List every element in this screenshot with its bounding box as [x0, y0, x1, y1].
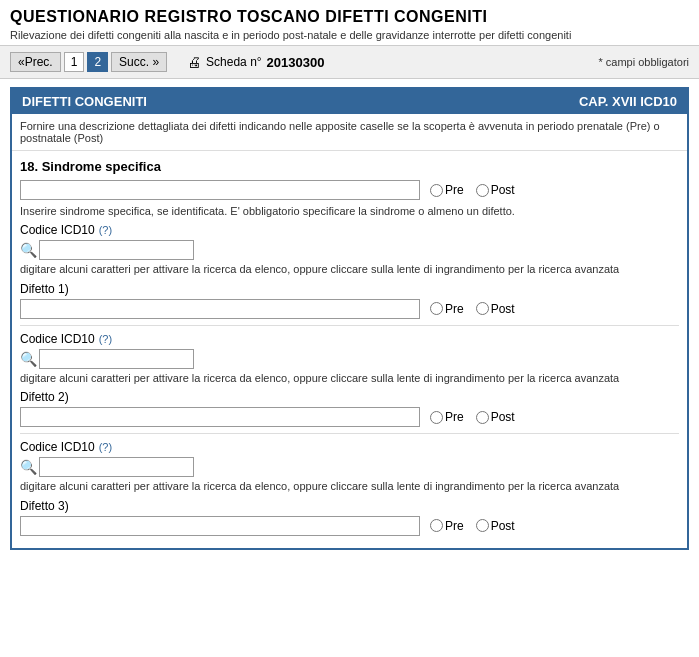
difetto3-pre-label[interactable]: Pre [430, 519, 464, 533]
icd-label-2: Codice ICD10 (?) [20, 332, 679, 346]
difetto2-post-radio[interactable] [476, 411, 489, 424]
icd-help-1[interactable]: (?) [99, 224, 112, 236]
sindrome-pre-label[interactable]: Pre [430, 183, 464, 197]
difetto2-post-label[interactable]: Post [476, 410, 515, 424]
difetto1-post-radio[interactable] [476, 302, 489, 315]
page-1-number[interactable]: 1 [64, 52, 85, 72]
card-body: 18. Sindrome specifica Pre Post Inserire… [12, 151, 687, 548]
page-2-number[interactable]: 2 [87, 52, 108, 72]
icd-search-hint-2: digitare alcuni caratteri per attivare l… [20, 371, 679, 386]
sindrome-post-label[interactable]: Post [476, 183, 515, 197]
difetto2-radio-group: Pre Post [430, 410, 515, 424]
card-header: DIFETTI CONGENITI CAP. XVII ICD10 [12, 89, 687, 114]
scheda-label: Scheda n° [206, 55, 262, 69]
difetti-card: DIFETTI CONGENITI CAP. XVII ICD10 Fornir… [10, 87, 689, 550]
difetto1-radio-group: Pre Post [430, 302, 515, 316]
difetto3-post-label[interactable]: Post [476, 519, 515, 533]
card-header-left: DIFETTI CONGENITI [22, 94, 147, 109]
sindrome-post-radio[interactable] [476, 184, 489, 197]
sindrome-input[interactable] [20, 180, 420, 200]
icd-search-row-2: 🔍 [20, 349, 679, 369]
icd-search-hint-3: digitare alcuni caratteri per attivare l… [20, 479, 679, 494]
difetto1-post-label[interactable]: Post [476, 302, 515, 316]
required-note: * campi obbligatori [599, 56, 690, 68]
document-icon: 🖨 [187, 54, 201, 70]
card-header-right: CAP. XVII ICD10 [579, 94, 677, 109]
difetto3-label: Difetto 3) [20, 499, 679, 513]
difetto1-input[interactable] [20, 299, 420, 319]
sindrome-field-row: Pre Post [20, 180, 679, 200]
difetto3-field-row: Pre Post [20, 516, 679, 536]
difetto3-pre-radio[interactable] [430, 519, 443, 532]
difetto2-pre-label[interactable]: Pre [430, 410, 464, 424]
difetto3-radio-group: Pre Post [430, 519, 515, 533]
icd-search-row-3: 🔍 [20, 457, 679, 477]
difetto3-input[interactable] [20, 516, 420, 536]
difetto2-pre-radio[interactable] [430, 411, 443, 424]
icd-label-3: Codice ICD10 (?) [20, 440, 679, 454]
search-icon-3[interactable]: 🔍 [20, 459, 37, 475]
header: QUESTIONARIO REGISTRO TOSCANO DIFETTI CO… [0, 0, 699, 46]
card-description: Fornire una descrizione dettagliata dei … [12, 114, 687, 151]
difetto1-pre-label[interactable]: Pre [430, 302, 464, 316]
nav-left: «Prec. 1 2 Succ. » [10, 52, 167, 72]
difetto2-input[interactable] [20, 407, 420, 427]
search-icon-1[interactable]: 🔍 [20, 242, 37, 258]
search-icon-2[interactable]: 🔍 [20, 351, 37, 367]
icd-label-1: Codice ICD10 (?) [20, 223, 679, 237]
scheda-number: 20130300 [267, 55, 325, 70]
sindrome-radio-group: Pre Post [430, 183, 515, 197]
sindrome-pre-radio[interactable] [430, 184, 443, 197]
icd-help-3[interactable]: (?) [99, 441, 112, 453]
icd-search-hint-1: digitare alcuni caratteri per attivare l… [20, 262, 679, 277]
icd-search-input-1[interactable] [39, 240, 194, 260]
icd-search-row-1: 🔍 [20, 240, 679, 260]
difetto1-field-row: Pre Post [20, 299, 679, 319]
page-subtitle: Rilevazione dei difetti congeniti alla n… [10, 29, 689, 41]
icd-search-input-2[interactable] [39, 349, 194, 369]
difetto2-label: Difetto 2) [20, 390, 679, 404]
difetto3-post-radio[interactable] [476, 519, 489, 532]
content: DIFETTI CONGENITI CAP. XVII ICD10 Fornir… [0, 79, 699, 568]
divider-2 [20, 433, 679, 434]
icd-help-2[interactable]: (?) [99, 333, 112, 345]
page-title: QUESTIONARIO REGISTRO TOSCANO DIFETTI CO… [10, 8, 689, 26]
prev-button[interactable]: «Prec. [10, 52, 61, 72]
divider-1 [20, 325, 679, 326]
next-button[interactable]: Succ. » [111, 52, 167, 72]
difetto2-field-row: Pre Post [20, 407, 679, 427]
icd-search-input-3[interactable] [39, 457, 194, 477]
difetto1-label: Difetto 1) [20, 282, 679, 296]
navigation: «Prec. 1 2 Succ. » 🖨 Scheda n° 20130300 … [0, 46, 699, 79]
scheda-info: 🖨 Scheda n° 20130300 [187, 54, 324, 70]
sindrome-hint: Inserire sindrome specifica, se identifi… [20, 204, 679, 219]
difetto1-pre-radio[interactable] [430, 302, 443, 315]
sindrome-title: 18. Sindrome specifica [20, 159, 679, 174]
